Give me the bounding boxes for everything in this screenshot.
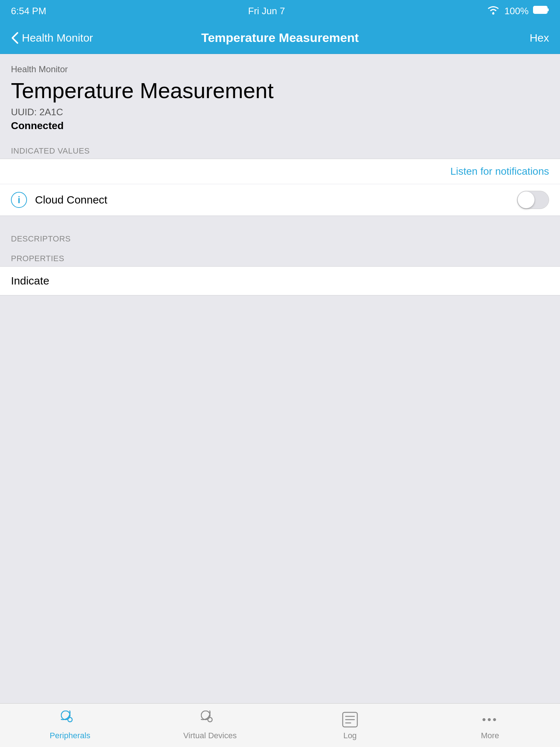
svg-point-0 — [492, 12, 494, 15]
toggle-knob — [518, 191, 534, 208]
main-content: Health Monitor Temperature Measurement U… — [0, 54, 560, 703]
status-date: Fri Jun 7 — [248, 5, 285, 17]
connection-status: Connected — [11, 120, 549, 132]
tab-peripherals[interactable]: Peripherals — [0, 711, 140, 740]
indicated-values-card: Listen for notifications i Cloud Connect — [0, 159, 560, 216]
cloud-connect-row: i Cloud Connect — [0, 184, 560, 216]
peripherals-icon — [61, 711, 79, 729]
properties-label: PROPERTIES — [11, 254, 64, 263]
nav-title: Temperature Measurement — [106, 31, 454, 45]
info-icon[interactable]: i — [11, 192, 27, 208]
breadcrumb: Health Monitor — [11, 64, 549, 74]
virtual-devices-tab-label: Virtual Devices — [183, 731, 237, 740]
svg-rect-1 — [533, 6, 547, 13]
tab-bar: Peripherals Virtual Devices Log ••• — [0, 703, 560, 747]
indicated-values-section-header: INDICATED VALUES — [0, 139, 560, 159]
tab-virtual-devices[interactable]: Virtual Devices — [140, 711, 280, 740]
svg-rect-2 — [547, 8, 549, 11]
nav-bar: Health Monitor Temperature Measurement H… — [0, 22, 560, 54]
listen-notifications-link[interactable]: Listen for notifications — [450, 166, 549, 177]
tab-log[interactable]: Log — [280, 711, 420, 740]
cloud-connect-label: Cloud Connect — [35, 194, 517, 206]
more-icon: ••• — [481, 711, 499, 729]
back-button[interactable]: Health Monitor — [11, 31, 106, 44]
properties-header: PROPERTIES — [0, 247, 560, 266]
hex-button[interactable]: Hex — [454, 32, 549, 44]
peripherals-tab-label: Peripherals — [50, 731, 90, 740]
descriptors-section: DESCRIPTORS — [0, 227, 560, 247]
virtual-devices-icon — [201, 711, 219, 729]
tab-more[interactable]: ••• More — [420, 711, 560, 740]
back-label: Health Monitor — [22, 32, 93, 44]
log-icon — [341, 711, 359, 729]
status-time: 6:54 PM — [11, 5, 46, 17]
indicate-row: Indicate — [0, 266, 560, 295]
status-right: 100% — [487, 5, 549, 18]
battery-icon — [533, 5, 549, 17]
log-tab-label: Log — [343, 731, 357, 740]
listen-notifications-row[interactable]: Listen for notifications — [0, 159, 560, 184]
uuid-text: UUID: 2A1C — [11, 107, 549, 118]
wifi-icon — [487, 5, 500, 18]
header-section: Health Monitor Temperature Measurement U… — [0, 54, 560, 139]
descriptors-label: DESCRIPTORS — [11, 234, 71, 243]
indicated-values-label: INDICATED VALUES — [11, 146, 90, 155]
page-title: Temperature Measurement — [11, 79, 549, 103]
more-tab-label: More — [481, 731, 499, 740]
cloud-connect-toggle[interactable] — [517, 191, 549, 209]
status-bar: 6:54 PM Fri Jun 7 100% — [0, 0, 560, 22]
battery-percentage: 100% — [504, 5, 529, 17]
indicate-label: Indicate — [11, 275, 49, 287]
properties-section: PROPERTIES Indicate — [0, 247, 560, 295]
descriptors-header: DESCRIPTORS — [0, 227, 560, 247]
